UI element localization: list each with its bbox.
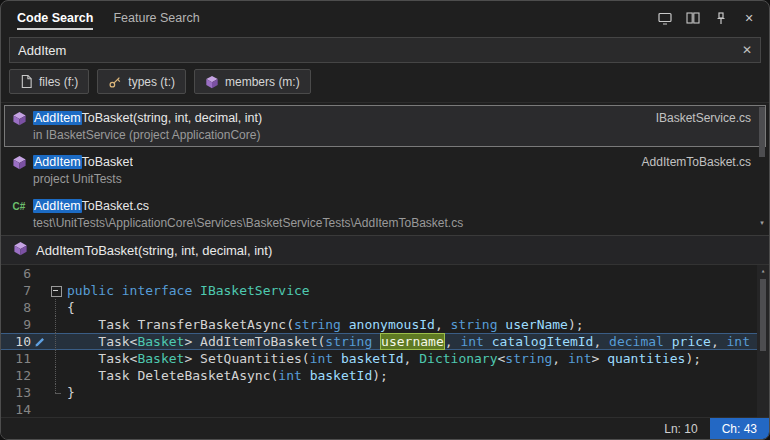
filter-chips: files (f:) types (t:) members (m:)	[1, 69, 769, 102]
result-title: AddItemToBasket	[33, 155, 133, 169]
marker-margin	[31, 282, 49, 299]
marker-margin	[31, 367, 49, 384]
result-subtitle: test\UnitTests\ApplicationCore\Services\…	[11, 216, 751, 230]
preview-title: AddItemToBasket(string, int, decimal, in…	[36, 243, 272, 258]
code-line[interactable]: 13}	[1, 384, 769, 401]
filter-members-button[interactable]: members (m:)	[194, 69, 311, 94]
code-text: Task DeleteBasketAsync(int basketId);	[63, 367, 769, 384]
code-editor[interactable]: 67public interface IBasketService8{9 Tas…	[1, 265, 769, 417]
tab-label: Feature Search	[113, 11, 199, 25]
result-title: AddItemToBasket.cs	[33, 199, 149, 213]
marker-margin	[31, 299, 49, 316]
search-row: ✕	[1, 35, 769, 69]
result-title: AddItemToBasket(string, int, decimal, in…	[33, 111, 262, 125]
line-number: 12	[1, 367, 31, 384]
marker-margin	[31, 350, 49, 367]
code-text: Task<Basket> AddItemToBasket(string user…	[63, 333, 769, 350]
line-number: 10	[1, 333, 31, 350]
tab-feature-search[interactable]: Feature Search	[103, 1, 209, 35]
tab-code-search[interactable]: Code Search	[7, 1, 103, 35]
line-number: 9	[1, 316, 31, 333]
line-number: 11	[1, 350, 31, 367]
result-title-rest: ToBasket(string, int, decimal, int)	[82, 111, 263, 125]
search-result[interactable]: C# AddItemToBasket.cs test\UnitTests\App…	[4, 193, 766, 230]
result-filename: AddItemToBasket.cs	[630, 155, 751, 169]
marker-margin	[31, 384, 49, 401]
line-number: 6	[1, 265, 31, 282]
csharp-glyph: C#	[13, 201, 26, 212]
line-number: 7	[1, 282, 31, 299]
monitor-icon[interactable]	[657, 10, 673, 26]
result-subtitle: project UnitTests	[11, 172, 751, 186]
outline-margin	[49, 333, 63, 350]
titlebar-icons: ✕	[657, 1, 763, 35]
preview-header: AddItemToBasket(string, int, decimal, in…	[1, 235, 769, 265]
code-text: }	[63, 384, 769, 401]
filter-label: members (m:)	[225, 75, 300, 89]
outline-margin	[49, 350, 63, 367]
pin-icon[interactable]	[713, 10, 729, 26]
code-search-window: Code Search Feature Search ✕ ✕	[0, 0, 770, 440]
scroll-up-icon[interactable]: ▴	[757, 267, 769, 275]
code-lines: 67public interface IBasketService8{9 Tas…	[1, 265, 769, 417]
result-subtitle: in IBasketService (project ApplicationCo…	[11, 128, 751, 142]
status-line-number: Ln: 10	[652, 418, 709, 439]
outline-margin	[49, 367, 63, 384]
outline-margin	[49, 265, 63, 282]
marker-margin	[31, 316, 49, 333]
outline-margin	[49, 384, 63, 401]
results-list: AddItemToBasket(string, int, decimal, in…	[1, 102, 769, 230]
filter-label: files (f:)	[39, 75, 78, 89]
edit-marker-icon	[31, 333, 49, 350]
member-cube-icon	[205, 75, 219, 89]
scrollbar-thumb[interactable]	[759, 107, 765, 157]
split-pane-icon[interactable]	[685, 10, 701, 26]
csharp-file-icon: C#	[11, 201, 27, 212]
marker-margin	[31, 401, 49, 417]
keys-icon	[108, 75, 122, 89]
code-text: {	[63, 299, 769, 316]
code-text: Task TransferBasketAsync(string anonymou…	[63, 316, 769, 333]
filter-types-button[interactable]: types (t:)	[97, 69, 186, 94]
tab-label: Code Search	[17, 11, 93, 25]
scrollbar-thumb[interactable]	[760, 279, 766, 351]
clear-search-icon[interactable]: ✕	[734, 43, 752, 57]
outline-margin	[49, 316, 63, 333]
line-number: 8	[1, 299, 31, 316]
search-result[interactable]: AddItemToBasket(string, int, decimal, in…	[4, 105, 766, 147]
code-text: public interface IBasketService	[63, 282, 769, 299]
code-line[interactable]: 10 Task<Basket> AddItemToBasket(string u…	[1, 333, 769, 350]
outline-margin	[49, 299, 63, 316]
match-highlight: AddItem	[33, 155, 82, 169]
search-input[interactable]	[18, 43, 734, 58]
scroll-down-icon[interactable]: ▾	[756, 219, 768, 227]
match-highlight: AddItem	[33, 111, 82, 125]
code-text	[63, 265, 769, 282]
search-result[interactable]: AddItemToBasket AddItemToBasket.cs proje…	[4, 149, 766, 191]
result-title-rest: ToBasket	[82, 155, 133, 169]
code-text	[63, 401, 769, 417]
code-line[interactable]: 14	[1, 401, 769, 417]
line-number: 14	[1, 401, 31, 417]
method-cube-icon	[11, 111, 27, 126]
search-box[interactable]: ✕	[9, 37, 761, 63]
filter-label: types (t:)	[128, 75, 175, 89]
editor-scrollbar[interactable]: ▴	[757, 265, 769, 417]
collapse-toggle-icon[interactable]	[49, 282, 63, 299]
code-line[interactable]: 6	[1, 265, 769, 282]
filter-files-button[interactable]: files (f:)	[9, 69, 89, 94]
code-line[interactable]: 11 Task<Basket> SetQuantities(int basket…	[1, 350, 769, 367]
file-icon	[20, 74, 33, 89]
code-line[interactable]: 12 Task DeleteBasketAsync(int basketId);	[1, 367, 769, 384]
results-scrollbar[interactable]: ▾	[756, 105, 768, 228]
line-number: 13	[1, 384, 31, 401]
method-cube-icon	[13, 241, 28, 259]
close-icon[interactable]: ✕	[741, 10, 757, 26]
code-text: Task<Basket> SetQuantities(int basketId,…	[63, 350, 769, 367]
code-line[interactable]: 9 Task TransferBasketAsync(string anonym…	[1, 316, 769, 333]
outline-margin	[49, 401, 63, 417]
match-highlight: AddItem	[33, 199, 82, 213]
code-line[interactable]: 7public interface IBasketService	[1, 282, 769, 299]
result-title-rest: ToBasket.cs	[82, 199, 149, 213]
code-line[interactable]: 8{	[1, 299, 769, 316]
